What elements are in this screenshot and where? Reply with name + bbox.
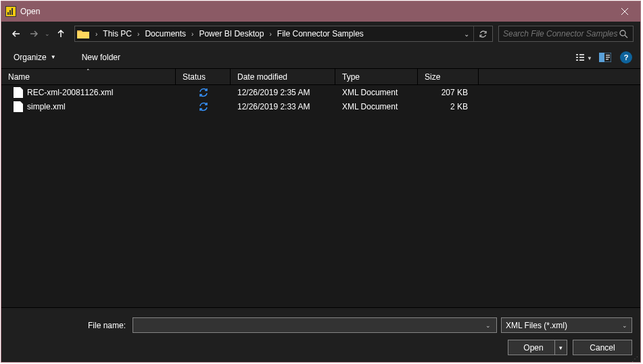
open-button[interactable]: Open ▾ bbox=[508, 340, 567, 355]
newfolder-label: New folder bbox=[82, 53, 120, 62]
svg-rect-12 bbox=[579, 59, 584, 61]
svg-rect-10 bbox=[579, 54, 584, 55]
chevron-down-icon[interactable]: ⌄ bbox=[483, 322, 494, 329]
organize-label: Organize bbox=[14, 53, 47, 62]
svg-rect-11 bbox=[579, 57, 584, 58]
svg-point-5 bbox=[620, 30, 625, 36]
breadcrumb-powerbi[interactable]: Power BI Desktop bbox=[197, 26, 265, 41]
window-title: Open bbox=[20, 7, 609, 16]
file-name: simple.xml bbox=[27, 102, 66, 111]
help-button[interactable]: ? bbox=[620, 51, 632, 63]
chevron-right-icon[interactable]: › bbox=[133, 30, 143, 38]
forward-button[interactable] bbox=[26, 26, 42, 42]
open-split-dropdown[interactable]: ▾ bbox=[554, 340, 567, 355]
file-list: REC-xml-20081126.xml 12/26/2019 2:35 AM … bbox=[1, 85, 640, 307]
svg-rect-16 bbox=[606, 55, 610, 56]
svg-rect-8 bbox=[576, 57, 578, 58]
chevron-down-icon: ⌄ bbox=[622, 322, 627, 329]
chevron-right-icon[interactable]: › bbox=[265, 30, 275, 38]
svg-rect-1 bbox=[9, 10, 11, 15]
file-icon bbox=[14, 87, 23, 98]
breadcrumb-samples[interactable]: File Connector Samples bbox=[276, 26, 365, 41]
filename-label: File name: bbox=[9, 321, 128, 330]
titlebar: Open bbox=[1, 1, 640, 22]
file-name: REC-xml-20081126.xml bbox=[27, 88, 113, 97]
file-type-filter[interactable]: XML Files (*.xml) ⌄ bbox=[501, 317, 632, 333]
column-headers: Name ˄ Status Date modified Type Size bbox=[1, 69, 640, 85]
svg-rect-18 bbox=[606, 59, 609, 60]
header-status[interactable]: Status bbox=[176, 69, 231, 84]
search-icon[interactable] bbox=[618, 28, 629, 39]
file-date: 12/26/2019 2:35 AM bbox=[237, 88, 310, 97]
file-row[interactable]: REC-xml-20081126.xml 12/26/2019 2:35 AM … bbox=[1, 85, 640, 99]
header-name[interactable]: Name ˄ bbox=[1, 69, 176, 84]
file-type: XML Document bbox=[342, 88, 398, 97]
preview-pane-button[interactable] bbox=[596, 49, 615, 66]
header-type[interactable]: Type bbox=[335, 69, 418, 84]
file-date: 12/26/2019 2:33 AM bbox=[237, 102, 310, 111]
refresh-button[interactable] bbox=[473, 26, 492, 41]
close-button[interactable] bbox=[609, 1, 640, 22]
address-bar[interactable]: › This PC › Documents › Power BI Desktop… bbox=[74, 26, 493, 42]
app-icon bbox=[5, 6, 16, 17]
file-size: 207 KB bbox=[442, 88, 468, 97]
search-input[interactable] bbox=[503, 29, 618, 38]
up-button[interactable] bbox=[53, 26, 69, 42]
file-icon bbox=[14, 101, 23, 112]
sync-icon bbox=[176, 88, 231, 97]
back-button[interactable] bbox=[8, 26, 24, 42]
svg-rect-7 bbox=[576, 54, 578, 55]
bottom-panel: File name: ⌄ XML Files (*.xml) ⌄ Open ▾ … bbox=[1, 307, 640, 362]
header-size[interactable]: Size bbox=[418, 69, 479, 84]
resize-grip[interactable]: ⋰ bbox=[632, 358, 639, 361]
svg-rect-15 bbox=[599, 53, 604, 62]
toolbar: Organize ▼ New folder ▼ ? bbox=[1, 46, 640, 69]
view-options-button[interactable]: ▼ bbox=[574, 49, 593, 66]
sort-asc-icon: ˄ bbox=[87, 68, 90, 75]
svg-line-6 bbox=[625, 35, 627, 38]
svg-rect-9 bbox=[576, 59, 578, 61]
filter-label: XML Files (*.xml) bbox=[506, 321, 567, 330]
recent-dropdown[interactable]: ⌄ bbox=[43, 26, 51, 42]
svg-text:▼: ▼ bbox=[587, 55, 591, 61]
file-size: 2 KB bbox=[450, 102, 468, 111]
breadcrumb-documents[interactable]: Documents bbox=[143, 26, 187, 41]
svg-rect-0 bbox=[7, 12, 9, 15]
new-folder-button[interactable]: New folder bbox=[78, 50, 124, 65]
breadcrumb-this-pc[interactable]: This PC bbox=[101, 26, 133, 41]
svg-rect-17 bbox=[606, 57, 610, 58]
header-date[interactable]: Date modified bbox=[231, 69, 335, 84]
filename-input[interactable]: ⌄ bbox=[133, 317, 497, 333]
organize-menu[interactable]: Organize ▼ bbox=[9, 50, 60, 65]
file-row[interactable]: simple.xml 12/26/2019 2:33 AM XML Docume… bbox=[1, 99, 640, 113]
chevron-right-icon[interactable]: › bbox=[187, 30, 197, 38]
file-type: XML Document bbox=[342, 102, 398, 111]
svg-rect-2 bbox=[11, 8, 13, 15]
navbar: ⌄ › This PC › Documents › Power BI Deskt… bbox=[1, 22, 640, 46]
chevron-down-icon: ▼ bbox=[51, 54, 56, 60]
cancel-button[interactable]: Cancel bbox=[573, 340, 632, 355]
folder-icon bbox=[76, 27, 90, 41]
open-dialog: Open ⌄ › This PC › Documents › Power BI … bbox=[1, 1, 641, 363]
search-box[interactable] bbox=[498, 26, 634, 42]
address-dropdown[interactable]: ⌄ bbox=[460, 30, 473, 38]
sync-icon bbox=[176, 102, 231, 111]
chevron-right-icon[interactable]: › bbox=[91, 30, 101, 38]
